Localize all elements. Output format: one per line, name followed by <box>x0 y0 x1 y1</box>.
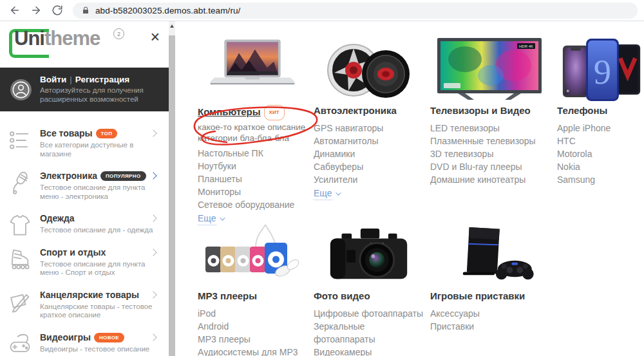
category-link[interactable]: Аудиосистемы для MP3 <box>198 346 307 356</box>
category-link[interactable]: Nokia <box>557 160 644 173</box>
category-link[interactable]: Зеркальные фотоаппараты <box>314 320 427 346</box>
category-column-mp3: MP3 плееры iPod Android MP3 плееры Аудио… <box>198 222 307 356</box>
badge-top: топ <box>96 129 118 138</box>
category-link[interactable]: Приставки <box>430 320 553 333</box>
category-link[interactable]: Цифровые фотоаппараты <box>314 307 427 320</box>
category-title[interactable]: Игровые приставки <box>430 290 525 301</box>
more-link[interactable]: Еще <box>314 187 339 200</box>
category-link[interactable]: Мониторы <box>198 185 307 198</box>
item-subtitle: Все категории доступные в магазине <box>40 141 157 158</box>
address-bar[interactable]: abd-b582003025.demos.abt.team/ru/ <box>73 3 638 19</box>
item-title: Спорт и отдых <box>40 247 106 258</box>
category-link[interactable]: Samsung <box>557 173 644 186</box>
item-subtitle: Тестовое описание для пункта меню - элек… <box>40 183 157 201</box>
sidebar-item-stationery[interactable]: Канцелярские товары Канцелярские товары … <box>0 283 169 326</box>
game-console-image[interactable] <box>430 222 553 286</box>
category-links: Apple iPhone HTC Motorola Nokia Samsung <box>557 122 644 186</box>
tv-image[interactable]: HDR 4K <box>430 35 553 102</box>
category-link[interactable]: GPS навигаторы <box>314 122 424 135</box>
roller-skate-icon <box>8 247 32 272</box>
item-subtitle: Видеоигры - тестовое описание <box>40 345 157 354</box>
login-links: Войти|Регистрация <box>40 75 161 84</box>
category-title[interactable]: Телевизоры и Видео <box>430 105 531 116</box>
logo-superscript: 2 <box>113 28 124 39</box>
logo-row: Unitheme 2 × <box>0 21 175 68</box>
category-link[interactable]: Плазменные телевизоры <box>430 135 553 147</box>
sidebar: Unitheme 2 × Войти|Регистрация Авторизуй… <box>0 21 175 356</box>
category-link[interactable]: Планшеты <box>198 173 307 185</box>
category-title[interactable]: Автоэлектроника <box>314 105 397 116</box>
back-icon[interactable] <box>9 5 21 16</box>
sidebar-scrollbar[interactable] <box>169 21 175 356</box>
category-link[interactable]: Домашние кинотеатры <box>430 173 553 186</box>
sidebar-item-sport[interactable]: Спорт и отдых Тестовое описание для пунк… <box>0 241 169 283</box>
category-link[interactable]: LED телевизоры <box>430 122 553 135</box>
item-title: Одежда <box>40 213 75 223</box>
close-icon[interactable]: × <box>150 29 160 45</box>
stationery-icon <box>8 290 32 314</box>
category-link[interactable]: Динамики <box>314 147 424 160</box>
category-links: GPS навигаторы Автомагнитолы Динамики Са… <box>314 122 424 200</box>
reload-icon[interactable] <box>52 5 63 16</box>
category-column-car-electronics: Автоэлектроника GPS навигаторы Автомагни… <box>314 35 424 200</box>
signin-link[interactable]: Войти <box>40 75 66 84</box>
sidebar-item-clothes[interactable]: Одежда Тестовое описание для - одежда <box>0 207 169 241</box>
badge-hit: хит <box>264 105 285 120</box>
tshirt-icon <box>8 213 32 238</box>
logo[interactable]: Unitheme <box>14 27 100 50</box>
category-link[interactable]: Ноутбуки <box>198 160 307 173</box>
mp3-players-image[interactable] <box>198 222 307 286</box>
badge-popular: популярно <box>100 171 146 181</box>
gamepad-icon <box>8 332 32 356</box>
category-link[interactable]: Android <box>198 320 307 333</box>
category-link[interactable]: Настольные ПК <box>198 147 307 160</box>
category-link[interactable]: Усилители <box>314 173 424 186</box>
laptop-image[interactable] <box>198 35 307 102</box>
chevron-down-icon <box>220 215 225 220</box>
category-links: Настольные ПК Ноутбуки Планшеты Мониторы… <box>198 147 307 225</box>
list-icon <box>8 128 32 153</box>
category-link[interactable]: Видеокамеры <box>314 346 427 356</box>
item-subtitle: Тестовое описание для - одежда <box>40 226 157 235</box>
item-title: Электроника <box>40 171 97 181</box>
category-link[interactable]: Сетевое оборудование <box>198 198 307 211</box>
svg-text:9: 9 <box>594 52 611 91</box>
category-link[interactable]: Motorola <box>557 147 644 160</box>
category-column-phones: 9 Телефоны Apple iPhone HTC Motorola Nok… <box>557 35 644 186</box>
forward-icon[interactable] <box>30 5 42 16</box>
category-title[interactable]: Компьютеры <box>198 106 261 117</box>
category-link[interactable]: iPod <box>198 307 307 320</box>
item-title: Все товары <box>40 128 93 138</box>
category-column-computers: Компьютерыхит какое-то краткое описание … <box>198 35 307 225</box>
camera-image[interactable]: LUMIX <box>314 222 427 286</box>
category-link[interactable]: Автомагнитолы <box>314 135 424 147</box>
category-link[interactable]: MP3 плееры <box>198 333 307 346</box>
item-subtitle: Тестовое описание для пункта меню - Спор… <box>40 260 157 277</box>
category-title[interactable]: Телефоны <box>557 105 607 116</box>
category-link[interactable]: Аксессуары <box>430 307 553 320</box>
category-link[interactable]: Apple iPhone <box>557 122 644 135</box>
category-column-photo-video: LUMIX Фото видео Цифровые фотоаппараты З… <box>314 222 427 356</box>
mega-menu: Компьютерыхит какое-то краткое описание … <box>175 21 644 356</box>
microphone-icon <box>8 171 32 195</box>
lock-icon <box>82 6 90 15</box>
category-link[interactable]: DVD и Blu-ray плееры <box>430 160 553 173</box>
category-links: iPod Android MP3 плееры Аудиосистемы для… <box>198 307 307 356</box>
sidebar-item-all-products[interactable]: Все товарытоп Все категории доступные в … <box>0 122 169 164</box>
category-link[interactable]: 3D телевизоры <box>430 147 553 160</box>
chevron-down-icon <box>336 190 341 195</box>
user-avatar-icon <box>10 79 32 100</box>
sidebar-item-videogames[interactable]: Видеоигрыновое Видеоигры - тестовое опис… <box>0 326 169 356</box>
category-title[interactable]: MP3 плееры <box>198 290 257 301</box>
category-links: Цифровые фотоаппараты Зеркальные фотоапп… <box>314 307 427 356</box>
phones-image[interactable]: 9 <box>557 35 644 102</box>
page: abd-b582003025.demos.abt.team/ru/ Unithe… <box>0 0 644 356</box>
scroll-up-icon[interactable] <box>169 21 175 30</box>
sidebar-item-electronics[interactable]: Электроникапопулярно Тестовое описание д… <box>0 164 169 207</box>
register-link[interactable]: Регистрация <box>75 75 129 84</box>
category-link[interactable]: HTC <box>557 135 644 147</box>
scrollbar-thumb[interactable] <box>169 35 175 356</box>
category-link[interactable]: Сабвуферы <box>314 160 424 173</box>
car-speakers-image[interactable] <box>314 35 424 102</box>
category-title[interactable]: Фото видео <box>314 290 370 301</box>
